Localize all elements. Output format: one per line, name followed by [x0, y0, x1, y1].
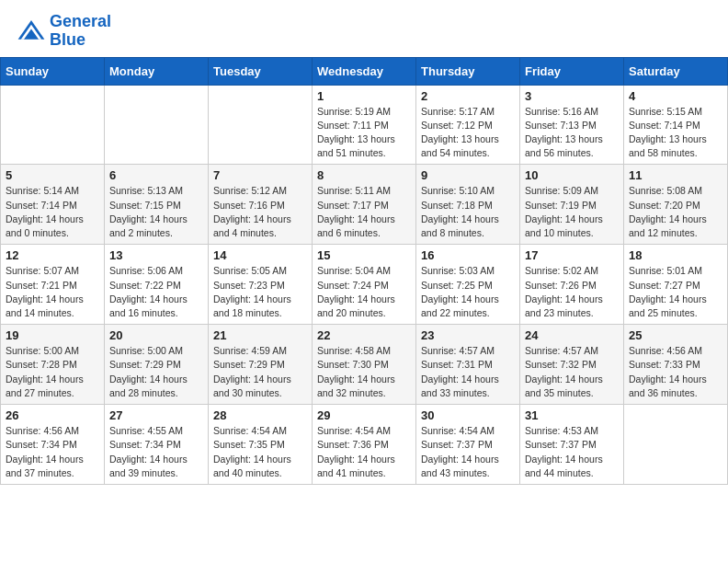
- day-number: 18: [629, 248, 722, 262]
- day-info: Sunrise: 5:16 AMSunset: 7:13 PMDaylight:…: [525, 105, 619, 161]
- weekday-header-tuesday: Tuesday: [209, 57, 313, 85]
- day-info: Sunrise: 4:58 AMSunset: 7:30 PMDaylight:…: [317, 344, 411, 400]
- day-number: 14: [213, 248, 307, 262]
- day-info: Sunrise: 5:02 AMSunset: 7:26 PMDaylight:…: [525, 264, 619, 320]
- calendar-cell: 11Sunrise: 5:08 AMSunset: 7:20 PMDayligh…: [624, 165, 728, 245]
- day-info: Sunrise: 5:08 AMSunset: 7:20 PMDaylight:…: [629, 184, 722, 240]
- day-info: Sunrise: 5:04 AMSunset: 7:24 PMDaylight:…: [317, 264, 411, 320]
- day-info: Sunrise: 4:54 AMSunset: 7:37 PMDaylight:…: [421, 424, 515, 480]
- calendar-cell: 2Sunrise: 5:17 AMSunset: 7:12 PMDaylight…: [416, 85, 520, 165]
- day-number: 26: [6, 408, 99, 422]
- day-info: Sunrise: 5:05 AMSunset: 7:23 PMDaylight:…: [213, 264, 307, 320]
- day-number: 12: [6, 248, 99, 262]
- day-number: 23: [421, 328, 515, 342]
- day-info: Sunrise: 5:15 AMSunset: 7:14 PMDaylight:…: [629, 105, 722, 161]
- calendar-cell: 3Sunrise: 5:16 AMSunset: 7:13 PMDaylight…: [520, 85, 624, 165]
- calendar-cell: 31Sunrise: 4:53 AMSunset: 7:37 PMDayligh…: [520, 405, 624, 485]
- calendar-cell: 28Sunrise: 4:54 AMSunset: 7:35 PMDayligh…: [209, 405, 313, 485]
- calendar-page: GeneralBlue SundayMondayTuesdayWednesday…: [0, 0, 728, 485]
- day-number: 7: [213, 168, 307, 182]
- day-info: Sunrise: 4:57 AMSunset: 7:32 PMDaylight:…: [525, 344, 619, 400]
- calendar-cell: [105, 85, 209, 165]
- calendar-cell: 24Sunrise: 4:57 AMSunset: 7:32 PMDayligh…: [520, 325, 624, 405]
- day-info: Sunrise: 4:53 AMSunset: 7:37 PMDaylight:…: [525, 424, 619, 480]
- calendar-cell: 29Sunrise: 4:54 AMSunset: 7:36 PMDayligh…: [313, 405, 416, 485]
- day-info: Sunrise: 5:03 AMSunset: 7:25 PMDaylight:…: [421, 264, 515, 320]
- day-info: Sunrise: 5:09 AMSunset: 7:19 PMDaylight:…: [525, 184, 619, 240]
- calendar-cell: 10Sunrise: 5:09 AMSunset: 7:19 PMDayligh…: [520, 165, 624, 245]
- logo-icon: [17, 18, 46, 44]
- calendar-cell: 4Sunrise: 5:15 AMSunset: 7:14 PMDaylight…: [624, 85, 728, 165]
- calendar-table: SundayMondayTuesdayWednesdayThursdayFrid…: [0, 57, 728, 485]
- day-info: Sunrise: 4:54 AMSunset: 7:36 PMDaylight:…: [317, 424, 411, 480]
- calendar-cell: 27Sunrise: 4:55 AMSunset: 7:34 PMDayligh…: [105, 405, 209, 485]
- calendar-week-2: 5Sunrise: 5:14 AMSunset: 7:14 PMDaylight…: [1, 165, 728, 245]
- day-number: 11: [629, 168, 722, 182]
- calendar-cell: 26Sunrise: 4:56 AMSunset: 7:34 PMDayligh…: [1, 405, 105, 485]
- weekday-header-row: SundayMondayTuesdayWednesdayThursdayFrid…: [1, 57, 728, 85]
- day-number: 6: [109, 168, 203, 182]
- calendar-cell: 9Sunrise: 5:10 AMSunset: 7:18 PMDaylight…: [416, 165, 520, 245]
- calendar-cell: 5Sunrise: 5:14 AMSunset: 7:14 PMDaylight…: [1, 165, 105, 245]
- day-number: 9: [421, 168, 515, 182]
- day-number: 3: [525, 89, 619, 103]
- day-number: 25: [629, 328, 722, 342]
- logo: GeneralBlue: [17, 13, 111, 50]
- weekday-header-thursday: Thursday: [416, 57, 520, 85]
- calendar-cell: 17Sunrise: 5:02 AMSunset: 7:26 PMDayligh…: [520, 245, 624, 325]
- calendar-cell: 30Sunrise: 4:54 AMSunset: 7:37 PMDayligh…: [416, 405, 520, 485]
- day-number: 28: [213, 408, 307, 422]
- calendar-cell: 14Sunrise: 5:05 AMSunset: 7:23 PMDayligh…: [209, 245, 313, 325]
- logo-text: GeneralBlue: [50, 13, 111, 50]
- day-number: 15: [317, 248, 411, 262]
- calendar-cell: 12Sunrise: 5:07 AMSunset: 7:21 PMDayligh…: [1, 245, 105, 325]
- day-info: Sunrise: 5:10 AMSunset: 7:18 PMDaylight:…: [421, 184, 515, 240]
- day-info: Sunrise: 5:12 AMSunset: 7:16 PMDaylight:…: [213, 184, 307, 240]
- calendar-cell: [624, 405, 728, 485]
- day-info: Sunrise: 5:19 AMSunset: 7:11 PMDaylight:…: [317, 105, 411, 161]
- day-number: 13: [109, 248, 203, 262]
- day-number: 4: [629, 89, 722, 103]
- calendar-cell: 15Sunrise: 5:04 AMSunset: 7:24 PMDayligh…: [313, 245, 416, 325]
- calendar-week-5: 26Sunrise: 4:56 AMSunset: 7:34 PMDayligh…: [1, 405, 728, 485]
- calendar-cell: 20Sunrise: 5:00 AMSunset: 7:29 PMDayligh…: [105, 325, 209, 405]
- day-info: Sunrise: 5:00 AMSunset: 7:29 PMDaylight:…: [109, 344, 203, 400]
- calendar-cell: 23Sunrise: 4:57 AMSunset: 7:31 PMDayligh…: [416, 325, 520, 405]
- calendar-cell: 16Sunrise: 5:03 AMSunset: 7:25 PMDayligh…: [416, 245, 520, 325]
- day-number: 20: [109, 328, 203, 342]
- day-number: 5: [6, 168, 99, 182]
- calendar-cell: 7Sunrise: 5:12 AMSunset: 7:16 PMDaylight…: [209, 165, 313, 245]
- calendar-cell: 18Sunrise: 5:01 AMSunset: 7:27 PMDayligh…: [624, 245, 728, 325]
- day-info: Sunrise: 5:01 AMSunset: 7:27 PMDaylight:…: [629, 264, 722, 320]
- day-number: 2: [421, 89, 515, 103]
- day-number: 16: [421, 248, 515, 262]
- calendar-cell: 21Sunrise: 4:59 AMSunset: 7:29 PMDayligh…: [209, 325, 313, 405]
- day-number: 31: [525, 408, 619, 422]
- day-info: Sunrise: 5:11 AMSunset: 7:17 PMDaylight:…: [317, 184, 411, 240]
- day-info: Sunrise: 5:06 AMSunset: 7:22 PMDaylight:…: [109, 264, 203, 320]
- page-header: GeneralBlue: [0, 0, 728, 57]
- day-number: 22: [317, 328, 411, 342]
- day-number: 1: [317, 89, 411, 103]
- day-number: 17: [525, 248, 619, 262]
- day-number: 19: [6, 328, 99, 342]
- calendar-cell: 13Sunrise: 5:06 AMSunset: 7:22 PMDayligh…: [105, 245, 209, 325]
- day-info: Sunrise: 5:14 AMSunset: 7:14 PMDaylight:…: [6, 184, 99, 240]
- calendar-cell: 6Sunrise: 5:13 AMSunset: 7:15 PMDaylight…: [105, 165, 209, 245]
- day-number: 10: [525, 168, 619, 182]
- calendar-week-3: 12Sunrise: 5:07 AMSunset: 7:21 PMDayligh…: [1, 245, 728, 325]
- day-number: 21: [213, 328, 307, 342]
- day-number: 30: [421, 408, 515, 422]
- day-info: Sunrise: 5:17 AMSunset: 7:12 PMDaylight:…: [421, 105, 515, 161]
- day-info: Sunrise: 5:13 AMSunset: 7:15 PMDaylight:…: [109, 184, 203, 240]
- weekday-header-sunday: Sunday: [1, 57, 105, 85]
- calendar-cell: [209, 85, 313, 165]
- calendar-cell: 1Sunrise: 5:19 AMSunset: 7:11 PMDaylight…: [313, 85, 416, 165]
- calendar-cell: [1, 85, 105, 165]
- day-info: Sunrise: 4:56 AMSunset: 7:33 PMDaylight:…: [629, 344, 722, 400]
- day-number: 8: [317, 168, 411, 182]
- calendar-cell: 8Sunrise: 5:11 AMSunset: 7:17 PMDaylight…: [313, 165, 416, 245]
- weekday-header-wednesday: Wednesday: [313, 57, 416, 85]
- day-info: Sunrise: 5:07 AMSunset: 7:21 PMDaylight:…: [6, 264, 99, 320]
- day-info: Sunrise: 4:55 AMSunset: 7:34 PMDaylight:…: [109, 424, 203, 480]
